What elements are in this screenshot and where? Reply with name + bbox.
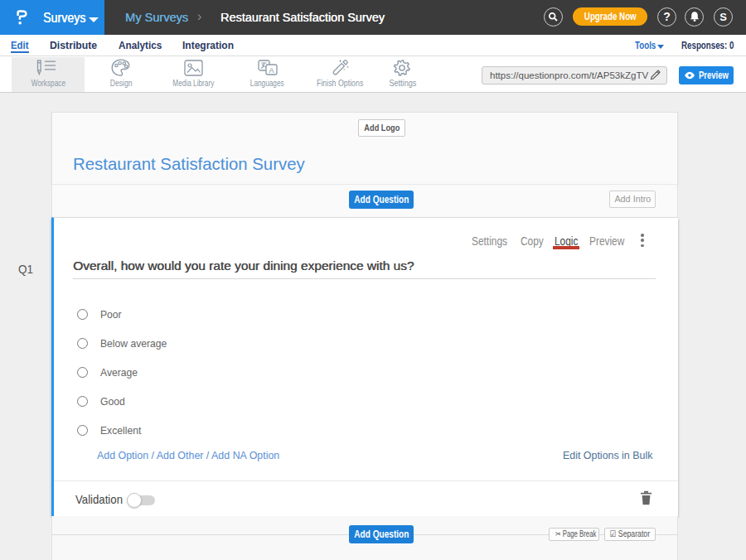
svg-text:A: A (269, 66, 274, 75)
